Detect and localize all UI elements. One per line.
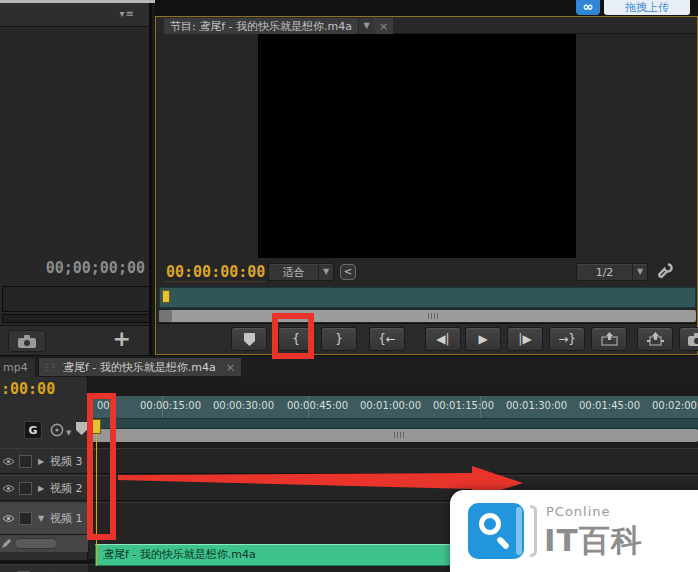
source-info-strip — [2, 286, 150, 312]
add-panel-button[interactable]: + — [113, 326, 131, 351]
timeline-tab-title: 鸢尾f - 我的快乐就是想你.m4a — [59, 360, 220, 375]
infinity-upload-icon[interactable]: ∞ — [576, 0, 600, 15]
add-marker-button[interactable] — [231, 327, 267, 351]
source-panel: ▾≡ 00;00;00;00 + — [0, 3, 152, 355]
expand-icon[interactable]: ▶ — [36, 457, 46, 466]
book-fold — [516, 507, 522, 555]
panel-menu-icon[interactable]: ▾≡ — [120, 8, 135, 19]
program-tab[interactable]: 节目: 鸢尾f - 我的快乐就是想你.m4a ▼ × — [164, 18, 393, 34]
ruler-tick: 00:01:15:00 — [433, 400, 494, 411]
play-button[interactable]: ▶ — [465, 327, 501, 351]
marker-icon — [244, 333, 255, 346]
ruler-tick: 00:01:00:00 — [360, 400, 421, 411]
program-tab-bar: 节目: 鸢尾f - 我的快乐就是想你.m4a ▼ × — [156, 17, 697, 34]
eye-icon[interactable] — [2, 457, 15, 466]
timeline-tab-bar: mp4 ⋮⋮ 鸢尾f - 我的快乐就是想你.m4a × — [0, 355, 698, 377]
bracket-decoration — [530, 505, 537, 557]
fit-zoom-value: 适合 — [269, 265, 318, 280]
track-header-audio1[interactable]: ▶ 音频 1 — [0, 564, 88, 572]
export-frame-button[interactable] — [679, 327, 698, 351]
eye-icon[interactable] — [2, 484, 15, 493]
track-header-video3[interactable]: ▶ 视频 3 — [0, 448, 88, 474]
expand-icon[interactable]: ▶ — [36, 484, 46, 493]
playhead-line — [96, 419, 97, 566]
scrollbar-grip[interactable] — [394, 432, 406, 438]
camera-icon — [18, 335, 36, 348]
ruler-tick: 00:02:00 — [652, 400, 697, 411]
playhead-marker[interactable] — [92, 419, 101, 434]
track-lock-toggle[interactable] — [19, 512, 32, 525]
source-panel-header: ▾≡ — [0, 3, 149, 27]
snap-toggle-icon[interactable]: G — [24, 421, 42, 439]
timeline-tab-active[interactable]: ⋮⋮ 鸢尾f - 我的快乐就是想你.m4a × — [38, 357, 242, 377]
program-tab-title: 节目: 鸢尾f - 我的快乐就是想你.m4a — [164, 19, 358, 34]
track-label: 视频 3 — [50, 454, 83, 469]
magnifier-handle — [496, 536, 510, 550]
step-forward-button[interactable]: |▶ — [507, 327, 543, 351]
extract-button[interactable] — [637, 327, 673, 351]
scrollbar-end-cap[interactable] — [159, 310, 172, 322]
timeline-timecode[interactable]: :00:00 — [1, 380, 55, 398]
track-video1-options — [0, 535, 88, 552]
track-lock-toggle[interactable] — [19, 482, 32, 495]
top-strip: ∞ 拖拽上传 — [155, 0, 698, 16]
program-controls: 00:00:00:00 适合 ▼ < 1/2 ▼ — [156, 258, 697, 286]
ruler-tick: 00 — [97, 400, 110, 411]
go-to-out-button[interactable]: →} — [549, 327, 585, 351]
upload-button[interactable]: 拖拽上传 — [604, 0, 690, 15]
camera-button[interactable] — [8, 330, 46, 352]
timeline-scrollbar[interactable] — [89, 429, 698, 442]
timeline-tab-inactive[interactable]: mp4 — [0, 358, 35, 377]
track-header-video2[interactable]: ▶ 视频 2 — [0, 475, 88, 501]
track-lock-toggle[interactable] — [19, 455, 32, 468]
ruler-tick: 00:00:45:00 — [287, 400, 348, 411]
work-area-bar[interactable] — [89, 419, 698, 429]
scrollbar-grip[interactable] — [428, 313, 440, 319]
program-mini-timeline[interactable] — [159, 287, 696, 308]
fit-zoom-dropdown[interactable]: 适合 ▼ — [268, 263, 334, 281]
track-label: 视频 1 — [50, 511, 83, 526]
program-monitor-panel: 节目: 鸢尾f - 我的快乐就是想你.m4a ▼ × 00:00:00:00 适… — [155, 16, 698, 355]
tab-close-icon[interactable]: × — [220, 361, 241, 374]
program-scrollbar[interactable] — [159, 310, 696, 322]
watermark-card: PConline IT百科 — [450, 490, 698, 572]
track-header-video1[interactable]: ▼ 视频 1 — [0, 502, 88, 535]
video3-lane[interactable] — [89, 448, 698, 474]
tab-close-icon[interactable]: × — [374, 20, 393, 33]
timeline-settings-icon[interactable] — [50, 423, 64, 440]
resolution-value: 1/2 — [577, 266, 632, 279]
bracket-icon-button[interactable]: < — [340, 264, 356, 280]
go-to-in-button[interactable]: {← — [369, 327, 405, 351]
premiere-workspace: ▾≡ 00;00;00;00 + ∞ 拖拽上传 节目: 鸢尾f - 我的快乐就是… — [0, 0, 698, 572]
ruler-tick: 00:00:15:00 — [140, 400, 201, 411]
tab-dropdown-icon[interactable]: ▼ — [358, 18, 374, 34]
tab-grip-icon: ⋮⋮ — [39, 362, 59, 372]
ruler-tick: 00:01:45:00 — [579, 400, 640, 411]
mark-out-button[interactable]: } — [321, 327, 357, 351]
source-timecode[interactable]: 00;00;00;00 — [46, 259, 145, 277]
eye-icon[interactable] — [2, 514, 15, 523]
dropdown-arrow-icon[interactable]: ▼ — [66, 429, 71, 437]
playback-resolution-dropdown[interactable]: 1/2 ▼ — [576, 263, 648, 281]
timeline-ruler[interactable]: 00 00:00:15:00 00:00:30:00 00:00:45:00 0… — [89, 396, 698, 419]
lift-button[interactable] — [591, 327, 627, 351]
source-scrollbar[interactable] — [2, 314, 150, 323]
keyframe-display-pill[interactable] — [14, 538, 58, 549]
program-timecode[interactable]: 00:00:00:00 — [166, 263, 265, 282]
lift-icon — [601, 332, 618, 346]
track-label: 视频 2 — [50, 481, 83, 496]
ruler-tick: 00:01:30:00 — [506, 400, 567, 411]
program-video-display — [258, 34, 576, 258]
settings-wrench-icon[interactable] — [656, 262, 673, 282]
watermark-title: IT百科 — [544, 520, 643, 562]
magnifier-ring — [479, 513, 501, 535]
pen-icon[interactable] — [2, 539, 11, 548]
dropdown-arrow-icon: ▼ — [632, 264, 647, 280]
collapse-icon[interactable]: ▼ — [36, 514, 46, 523]
sequence-marker-icon[interactable] — [76, 422, 87, 438]
mini-playhead-marker[interactable] — [162, 290, 170, 303]
transport-controls: { } {← ◀| ▶ |▶ →} — [156, 323, 697, 354]
step-back-button[interactable]: ◀| — [425, 327, 461, 351]
mark-in-button[interactable]: { — [278, 327, 314, 351]
camera-icon — [688, 333, 698, 346]
